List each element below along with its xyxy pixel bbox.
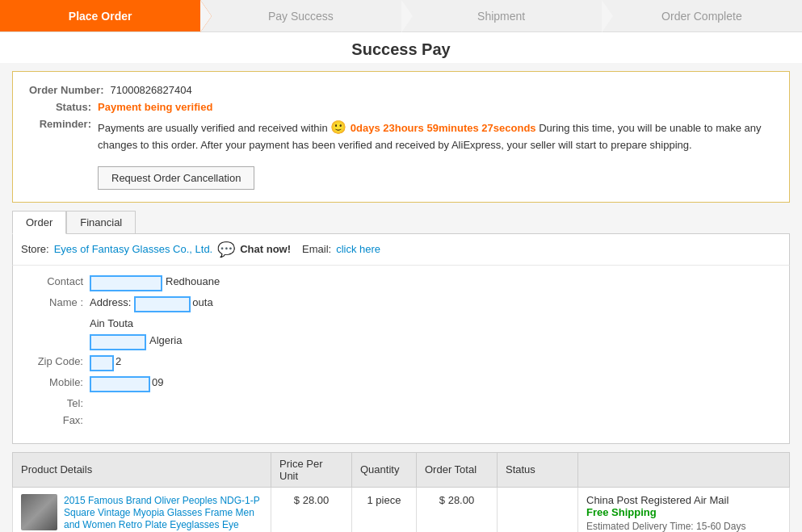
address-city: Ain Touta: [90, 317, 133, 329]
tab-financial[interactable]: Financial: [66, 211, 136, 233]
reminder-label: Reminder:: [29, 118, 98, 130]
col-order-total: Order Total: [417, 452, 498, 487]
contact-section: Contact Redhouane Name : Address: outa A…: [12, 266, 790, 444]
address-suffix: outa: [192, 296, 212, 308]
contact-value: Redhouane: [166, 275, 220, 287]
status-cell: [498, 487, 578, 532]
cancel-btn-row: Request Order Cancellation: [29, 158, 773, 190]
name-label: Name :: [25, 296, 90, 308]
step-place-order: Place Order: [0, 0, 200, 31]
zip-suffix: 2: [115, 355, 121, 367]
tel-label: Tel:: [25, 397, 90, 409]
product-table: Product Details Price Per Unit Quantity …: [12, 452, 790, 533]
col-product-details: Product Details: [13, 452, 271, 487]
table-header-row: Product Details Price Per Unit Quantity …: [13, 452, 790, 487]
contact-row: Contact Redhouane: [25, 275, 777, 291]
order-status-label: Status:: [29, 101, 98, 113]
delivery-time: Estimated Delivery Time: 15-60 Days: [586, 521, 781, 532]
tabs-container: Order Financial: [12, 211, 790, 234]
progress-bar: Place Order Pay Success Shipment Order C…: [0, 0, 802, 32]
col-price: Price Per Unit: [271, 452, 352, 487]
order-reminder-row: Reminder: Payments are usually verified …: [29, 118, 773, 153]
address-label: Address:: [90, 296, 131, 308]
email-link[interactable]: click here: [336, 243, 380, 255]
address-field-box: [134, 296, 191, 312]
country-field-box: [90, 334, 146, 350]
table-row: 2015 Famous Brand Oliver Peoples NDG-1-P…: [13, 487, 790, 532]
order-status-row: Status: Payment being verified: [29, 101, 773, 113]
name-address-row: Name : Address: outa: [25, 296, 777, 312]
mobile-field-box: [90, 376, 150, 392]
shipping-cell: China Post Registered Air Mail Free Ship…: [578, 487, 790, 532]
tab-order[interactable]: Order: [12, 211, 66, 234]
cancel-button[interactable]: Request Order Cancellation: [98, 166, 254, 190]
order-number-label: Order Number:: [29, 84, 110, 96]
mobile-suffix: 09: [152, 376, 163, 388]
order-info-box: Order Number: 71000826827404 Status: Pay…: [12, 71, 790, 203]
fax-row: Fax:: [25, 414, 777, 426]
mobile-row: Mobile: 09: [25, 376, 777, 392]
zip-label: Zip Code:: [25, 355, 90, 367]
shipping-method: China Post Registered Air Mail: [586, 494, 781, 506]
mobile-label: Mobile:: [25, 376, 90, 388]
page-title: Success Pay: [0, 32, 802, 63]
country-row: Algeria: [25, 334, 777, 350]
contact-field-box: [90, 275, 162, 291]
step-shipment: Shipment: [401, 0, 602, 31]
tel-row: Tel:: [25, 397, 777, 409]
order-number-row: Order Number: 71000826827404: [29, 84, 773, 96]
step-order-complete: Order Complete: [602, 0, 802, 31]
store-label: Store:: [21, 243, 49, 255]
shipping-cost: Free Shipping: [586, 506, 781, 518]
quantity-cell: 1 piece: [352, 487, 417, 532]
product-image: [21, 494, 57, 530]
order-status-value: Payment being verified: [98, 101, 212, 113]
step-pay-success: Pay Success: [200, 0, 401, 31]
contact-label: Contact: [25, 275, 90, 287]
price-cell: $ 28.00: [271, 487, 352, 532]
col-shipping: [578, 452, 790, 487]
zip-field-box: [90, 355, 114, 371]
product-link[interactable]: 2015 Famous Brand Oliver Peoples NDG-1-P…: [64, 495, 260, 533]
store-info: Store: Eyes of Fantasy Glasses Co., Ltd.…: [12, 234, 790, 266]
shipping-info: China Post Registered Air Mail Free Ship…: [586, 494, 781, 533]
reminder-text: Payments are usually verified and receiv…: [98, 118, 773, 153]
chat-now-link[interactable]: Chat now!: [240, 243, 291, 255]
product-info: 2015 Famous Brand Oliver Peoples NDG-1-P…: [64, 494, 262, 533]
fax-label: Fax:: [25, 414, 90, 426]
city-row: Ain Touta: [25, 317, 777, 329]
zip-row: Zip Code: 2: [25, 355, 777, 371]
product-details-cell: 2015 Famous Brand Oliver Peoples NDG-1-P…: [13, 487, 271, 532]
col-quantity: Quantity: [352, 452, 417, 487]
total-cell: $ 28.00: [417, 487, 498, 532]
store-link[interactable]: Eyes of Fantasy Glasses Co., Ltd.: [54, 243, 213, 255]
address-country: Algeria: [149, 334, 182, 346]
email-label: Email:: [302, 243, 331, 255]
chat-icon: 💬: [217, 241, 235, 258]
smiley-icon: 🙂: [330, 120, 350, 134]
order-number-value: 71000826827404: [110, 84, 191, 96]
col-status: Status: [498, 452, 578, 487]
countdown: 0days 23hours 59minutes 27seconds: [351, 122, 536, 134]
